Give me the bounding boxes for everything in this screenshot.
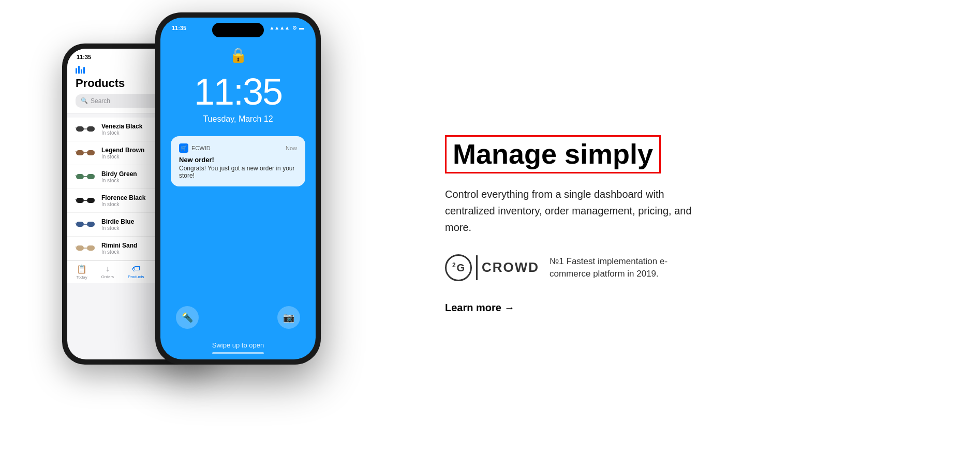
sunglasses-svg <box>76 171 95 182</box>
svg-rect-11 <box>87 174 95 179</box>
learn-more-link[interactable]: Learn more → <box>445 302 514 314</box>
g2-badge-icon: 2G <box>445 254 472 281</box>
svg-line-18 <box>76 199 76 200</box>
product-thumbnail <box>76 147 95 158</box>
g2-divider <box>476 255 478 280</box>
swipe-up-text: Swipe up to open <box>160 341 316 349</box>
svg-line-19 <box>95 199 95 200</box>
lock-wifi-icon: ⊙ <box>292 25 296 31</box>
today-icon: 📋 <box>77 264 87 274</box>
svg-line-8 <box>76 151 76 152</box>
sunglasses-svg <box>76 219 95 230</box>
svg-line-13 <box>76 175 76 176</box>
svg-line-23 <box>76 223 76 224</box>
svg-rect-26 <box>87 245 95 251</box>
svg-rect-20 <box>76 222 84 227</box>
svg-line-9 <box>95 151 95 152</box>
tab-label: Orders <box>101 274 114 279</box>
camera-icon[interactable]: 📷 <box>277 306 300 329</box>
lock-bottom: 🔦 📷 <box>160 298 316 341</box>
notif-header: 🛒 ECWID Now <box>179 143 297 153</box>
svg-rect-5 <box>76 150 84 155</box>
page-wrapper: 11:35 ▲▲▲ ⊙ ▬ Products 🔍 Search <box>0 0 980 449</box>
svg-rect-21 <box>87 222 95 227</box>
tab-today[interactable]: 📋 Today <box>76 264 87 280</box>
product-thumbnail <box>76 242 95 254</box>
phone-front: 11:35 ▲▲▲▲ ⊙ ▬ 🔒 11:35 Tuesday, March 12 <box>155 12 321 365</box>
back-time: 11:35 <box>77 54 91 60</box>
swipe-up-area: Swipe up to open <box>160 341 316 359</box>
swipe-indicator <box>212 352 264 354</box>
phone-notch <box>212 23 264 37</box>
lock-status-right: ▲▲▲▲ ⊙ ▬ <box>269 25 304 31</box>
svg-rect-1 <box>87 126 95 132</box>
products-icon: 🏷 <box>132 264 140 273</box>
notif-title: New order! <box>179 156 297 164</box>
product-thumbnail <box>76 171 95 182</box>
lock-date: Tuesday, March 12 <box>203 114 273 124</box>
tab-products[interactable]: 🏷 Products <box>128 264 144 280</box>
tab-orders[interactable]: ↓ Orders <box>101 264 114 280</box>
lock-icon: 🔒 <box>229 47 247 64</box>
orders-icon: ↓ <box>106 264 110 273</box>
search-placeholder: Search <box>91 97 110 105</box>
lock-time-small: 11:35 <box>172 25 186 31</box>
g2-logo: 2G CROWD <box>445 254 539 281</box>
svg-rect-25 <box>76 245 84 251</box>
svg-line-24 <box>95 223 95 224</box>
headline-box: Manage simply <box>445 135 661 173</box>
description-text: Control everything from a single dashboa… <box>445 186 714 236</box>
svg-rect-16 <box>87 198 95 203</box>
svg-rect-10 <box>76 174 84 179</box>
product-thumbnail <box>76 123 95 135</box>
crowd-text: CROWD <box>482 259 539 276</box>
tab-label: Products <box>128 274 144 279</box>
svg-rect-6 <box>87 150 95 155</box>
sunglasses-svg <box>76 242 95 254</box>
search-icon: 🔍 <box>81 97 88 104</box>
lock-signal-icon: ▲▲▲▲ <box>269 25 290 31</box>
tab-label: Today <box>76 275 87 280</box>
headline-text: Manage simply <box>453 139 653 169</box>
svg-line-29 <box>95 247 95 248</box>
g2-description: №1 Fastest implementation e-commerce pla… <box>550 255 705 280</box>
product-thumbnail <box>76 219 95 230</box>
lock-screen-content: 🔒 11:35 Tuesday, March 12 🛒 ECWID Now Ne… <box>160 31 316 298</box>
phones-section: 11:35 ▲▲▲ ⊙ ▬ Products 🔍 Search <box>41 12 404 437</box>
notification-card[interactable]: 🛒 ECWID Now New order! Congrats! You jus… <box>171 136 305 186</box>
lock-time-display: 11:35 <box>194 73 282 110</box>
content-section: Manage simply Control everything from a … <box>404 135 939 313</box>
svg-rect-0 <box>76 126 84 132</box>
lock-battery-icon: ▬ <box>299 25 304 31</box>
sunglasses-svg <box>76 195 95 206</box>
svg-rect-15 <box>76 198 84 203</box>
g2-row: 2G CROWD №1 Fastest implementation e-com… <box>445 254 908 281</box>
svg-line-28 <box>76 247 76 248</box>
svg-line-4 <box>95 127 95 128</box>
sunglasses-svg <box>76 147 95 158</box>
notif-body: Congrats! You just got a new order in yo… <box>179 165 297 179</box>
notif-app: 🛒 ECWID <box>179 143 211 153</box>
ecwid-icon: 🛒 <box>179 143 188 153</box>
flashlight-icon[interactable]: 🔦 <box>176 306 199 329</box>
svg-line-3 <box>76 127 76 128</box>
phone-front-inner: 11:35 ▲▲▲▲ ⊙ ▬ 🔒 11:35 Tuesday, March 12 <box>160 18 316 359</box>
notif-time: Now <box>286 145 297 151</box>
svg-line-14 <box>95 175 95 176</box>
notif-app-name: ECWID <box>191 145 211 151</box>
product-thumbnail <box>76 195 95 206</box>
sunglasses-svg <box>76 123 95 135</box>
